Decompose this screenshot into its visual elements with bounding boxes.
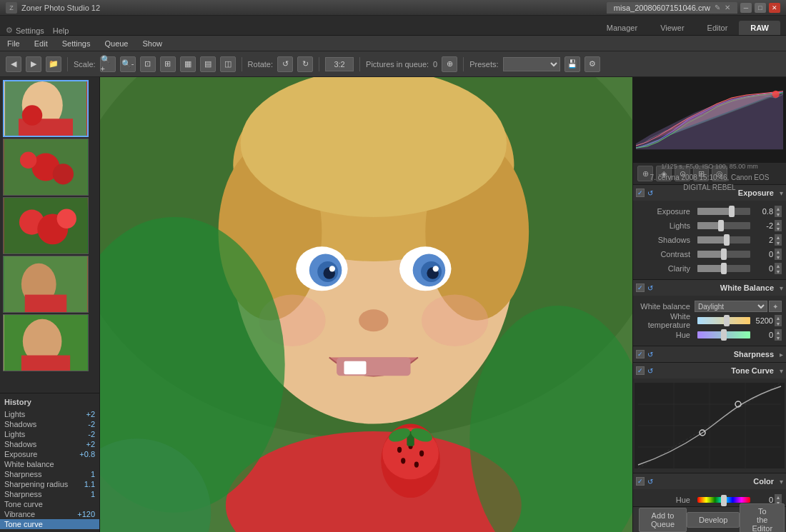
tab-raw[interactable]: RAW: [739, 21, 780, 35]
back-button[interactable]: ◀: [6, 56, 21, 72]
exposure-slider[interactable]: [697, 208, 750, 215]
menu-edit[interactable]: Edit: [31, 38, 51, 49]
wb-select[interactable]: Daylight Cloudy Auto: [695, 301, 767, 312]
minimize-button[interactable]: ─: [740, 3, 752, 13]
sharpness-refresh-icon[interactable]: ↺: [647, 351, 653, 358]
tone-curve-graph[interactable]: [635, 383, 785, 468]
add-to-queue-button[interactable]: Add to Queue: [639, 508, 687, 532]
close-button[interactable]: ✕: [769, 3, 780, 13]
color-refresh-icon[interactable]: ↺: [647, 478, 653, 486]
history-item-6[interactable]: Sharpness1: [0, 469, 99, 479]
thumbnail-5[interactable]: [3, 314, 89, 371]
settings-label[interactable]: Settings: [16, 26, 44, 35]
history-item-1[interactable]: Shadows-2: [0, 419, 99, 429]
shadows-spin-up[interactable]: ▲: [775, 234, 782, 240]
white-temp-spin-down[interactable]: ▼: [775, 321, 782, 326]
thumbnail-1[interactable]: [3, 80, 89, 137]
history-item-8[interactable]: Sharpness1: [0, 489, 99, 499]
exposure-spin[interactable]: ▲ ▼: [775, 206, 782, 217]
fit-button[interactable]: ⊡: [140, 56, 156, 72]
sharpness-arrow-icon: ▸: [780, 351, 783, 358]
zoom-out-button[interactable]: 🔍-: [120, 56, 136, 72]
develop-button[interactable]: Develop: [687, 512, 740, 528]
to-editor-button[interactable]: To the Editor: [740, 503, 785, 533]
shadows-slider[interactable]: [697, 236, 750, 244]
contrast-spin-up[interactable]: ▲: [775, 249, 782, 254]
tone-curve-refresh-icon[interactable]: ↺: [647, 367, 653, 375]
exposure-spin-down[interactable]: ▼: [775, 211, 782, 217]
lights-spin[interactable]: ▲ ▼: [775, 220, 782, 231]
thumbnail-2[interactable]: [3, 139, 89, 196]
history-item-7[interactable]: Sharpening radius1.1: [0, 479, 99, 489]
presets-select[interactable]: [503, 57, 560, 71]
history-item-0[interactable]: Lights+2: [0, 409, 99, 419]
history-item-3[interactable]: Shadows+2: [0, 439, 99, 449]
menu-settings[interactable]: Settings: [59, 38, 94, 49]
lights-spin-down[interactable]: ▼: [775, 226, 782, 231]
color-hue-slider[interactable]: [697, 497, 750, 503]
wb-checkbox[interactable]: ✓: [636, 283, 645, 292]
clarity-spin[interactable]: ▲ ▼: [775, 263, 782, 274]
help-label[interactable]: Help: [53, 26, 69, 35]
white-temp-spin[interactable]: ▲ ▼: [775, 315, 782, 326]
wb-hue-spin-up[interactable]: ▲: [775, 329, 782, 335]
forward-button[interactable]: ▶: [26, 56, 41, 72]
wb-header[interactable]: ✓ ↺ White Balance ▾: [633, 280, 786, 296]
thumbnail-3[interactable]: [3, 197, 89, 254]
clarity-spin-down[interactable]: ▼: [775, 268, 782, 274]
color-hue-spin-up[interactable]: ▲: [775, 494, 782, 500]
fullsize-button[interactable]: ⊞: [160, 56, 176, 72]
maximize-button[interactable]: □: [755, 3, 766, 13]
history-item-2[interactable]: Lights-2: [0, 429, 99, 439]
contrast-spin-down[interactable]: ▼: [775, 254, 782, 260]
color-checkbox[interactable]: ✓: [636, 477, 645, 486]
wb-eyedropper-icon[interactable]: ✦: [769, 301, 782, 312]
color-header[interactable]: ✓ ↺ Color ▾: [633, 473, 786, 489]
clarity-spin-up[interactable]: ▲: [775, 263, 782, 268]
preset-save-btn[interactable]: 💾: [564, 56, 580, 72]
exposure-spin-up[interactable]: ▲: [775, 206, 782, 211]
queue-btn[interactable]: ⊕: [442, 56, 457, 72]
wb-hue-spin[interactable]: ▲ ▼: [775, 329, 782, 341]
menu-show[interactable]: Show: [139, 38, 165, 49]
history-item-10[interactable]: Vibrance+120: [0, 509, 99, 519]
view-btn-3[interactable]: ◫: [220, 56, 236, 72]
rotation-input[interactable]: [325, 57, 354, 71]
shadows-spin[interactable]: ▲ ▼: [775, 234, 782, 246]
contrast-spin[interactable]: ▲ ▼: [775, 249, 782, 260]
folder-button[interactable]: 📁: [46, 56, 61, 72]
white-temp-slider[interactable]: [697, 317, 750, 324]
sharpness-header[interactable]: ✓ ↺ Sharpness ▸: [633, 346, 786, 362]
wb-hue-spin-down[interactable]: ▼: [775, 335, 782, 341]
preset-manage-btn[interactable]: ⚙: [584, 56, 600, 72]
wb-hue-slider[interactable]: [697, 331, 750, 338]
menu-file[interactable]: File: [4, 38, 23, 49]
zoom-in-button[interactable]: 🔍+: [100, 56, 116, 72]
lights-spin-up[interactable]: ▲: [775, 220, 782, 226]
rotate-ccw-button[interactable]: ↺: [277, 56, 293, 72]
white-temp-spin-up[interactable]: ▲: [775, 315, 782, 321]
shadows-spin-down[interactable]: ▼: [775, 240, 782, 246]
history-item-4[interactable]: Exposure+0.8: [0, 449, 99, 459]
wb-refresh-icon[interactable]: ↺: [647, 284, 653, 292]
close-tab-icon[interactable]: ✕: [725, 4, 730, 11]
tone-curve-header[interactable]: ✓ ↺ Tone Curve ▾: [633, 363, 786, 378]
lights-slider[interactable]: [697, 222, 750, 229]
rotate-cw-button[interactable]: ↻: [297, 56, 313, 72]
canvas-area[interactable]: [100, 77, 632, 532]
view-btn-2[interactable]: ▤: [200, 56, 216, 72]
tab-manager[interactable]: Manager: [595, 21, 649, 35]
tab-editor[interactable]: Editor: [696, 21, 740, 35]
file-tab[interactable]: misa_20080607151046.crw ✎ ✕: [607, 2, 737, 14]
history-item-11[interactable]: Tone curve: [0, 519, 99, 529]
tone-curve-checkbox[interactable]: ✓: [636, 366, 645, 375]
menu-queue[interactable]: Queue: [101, 38, 131, 49]
view-btn-1[interactable]: ▦: [180, 56, 196, 72]
sharpness-checkbox[interactable]: ✓: [636, 350, 645, 358]
history-item-9[interactable]: Tone curve: [0, 499, 99, 509]
tab-viewer[interactable]: Viewer: [649, 21, 695, 35]
thumbnail-4[interactable]: [3, 256, 89, 313]
contrast-slider[interactable]: [697, 251, 750, 258]
clarity-slider[interactable]: [697, 265, 750, 272]
history-item-5[interactable]: White balance: [0, 459, 99, 469]
